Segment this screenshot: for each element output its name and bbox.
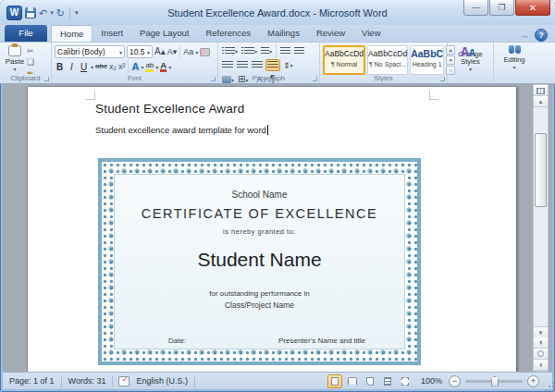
font-group-label: Font bbox=[52, 74, 217, 82]
increase-indent-button[interactable] bbox=[293, 46, 305, 56]
fullscreen-reading-view-button[interactable] bbox=[345, 374, 360, 388]
line-spacing-button[interactable]: ⇕▾ bbox=[282, 60, 294, 71]
certificate-school-name: School Name bbox=[231, 190, 287, 200]
maximize-button[interactable]: ❐ bbox=[489, 0, 514, 16]
language-indicator[interactable]: English (U.S.) bbox=[130, 376, 194, 386]
bold-button[interactable]: B bbox=[55, 62, 65, 72]
highlight-dropdown-icon[interactable]: ▾ bbox=[155, 64, 158, 70]
minimize-ribbon-icon[interactable]: ︿ bbox=[522, 31, 529, 41]
font-dialog-launcher-icon[interactable] bbox=[211, 77, 216, 81]
next-page-button[interactable]: ⇟ bbox=[534, 360, 548, 371]
scroll-up-icon[interactable]: ▲ bbox=[534, 96, 548, 107]
clipboard-dialog-launcher-icon[interactable] bbox=[44, 77, 49, 81]
margin-mark-right bbox=[429, 91, 438, 100]
tab-page-layout[interactable]: Page Layout bbox=[131, 25, 197, 42]
subscript-button[interactable]: x₂ bbox=[109, 62, 117, 71]
certificate-student-name: Student Name bbox=[197, 249, 321, 271]
text-effects-button[interactable]: A bbox=[131, 61, 139, 72]
zoom-slider-track[interactable] bbox=[465, 380, 523, 383]
italic-button[interactable]: I bbox=[67, 62, 77, 72]
tab-review[interactable]: Review bbox=[308, 25, 353, 42]
clipboard-group-label: Clipboard bbox=[0, 74, 51, 82]
ruler-icon bbox=[536, 88, 545, 94]
tab-file[interactable]: File bbox=[5, 25, 47, 42]
tab-view[interactable]: View bbox=[353, 25, 388, 42]
doc-body-line[interactable]: Student excellence award template for wo… bbox=[95, 125, 268, 135]
cut-icon[interactable]: ✂ bbox=[27, 46, 34, 55]
styles-group: AaBbCcDd ¶ Normal AaBbCcDd ¶ No Spaci...… bbox=[320, 43, 448, 83]
select-browse-object-button[interactable] bbox=[534, 349, 548, 360]
font-family-select[interactable]: Calibri (Body)▾ bbox=[55, 45, 125, 58]
tab-mailings[interactable]: Mailings bbox=[259, 25, 308, 42]
paragraph-dialog-launcher-icon[interactable] bbox=[313, 77, 317, 81]
paste-button[interactable]: Paste ▾ bbox=[3, 44, 27, 72]
draft-view-button[interactable] bbox=[398, 374, 413, 388]
certificate-ornament-border: School Name CERTIFICATE OF EXCELLENCE is… bbox=[102, 162, 417, 361]
decrease-indent-button[interactable] bbox=[279, 46, 291, 56]
multilevel-list-button[interactable]: ▾ bbox=[260, 46, 273, 56]
vertical-scrollbar[interactable]: ▲ ▼ ⇞ ⇟ bbox=[533, 84, 549, 372]
title-bar: W ↶ ▾ ↻ ▾ Student Excellence Award.docx … bbox=[0, 0, 555, 25]
editing-button[interactable]: Editing ▾ bbox=[494, 43, 535, 83]
certificate-object[interactable]: School Name CERTIFICATE OF EXCELLENCE is… bbox=[98, 158, 421, 365]
ruler-toggle-button[interactable] bbox=[534, 85, 548, 96]
style-heading1[interactable]: AaBbC Heading 1 bbox=[410, 45, 444, 75]
tab-references[interactable]: References bbox=[197, 25, 259, 42]
change-styles-button[interactable]: AA Change Styles ▾ bbox=[448, 43, 494, 83]
paragraph-group-label: Paragraph bbox=[218, 74, 319, 82]
highlight-button[interactable]: ab bbox=[145, 62, 154, 72]
browse-ball-icon bbox=[537, 350, 544, 357]
doc-heading[interactable]: Student Excellence Award bbox=[95, 102, 244, 116]
zoom-level[interactable]: 100% bbox=[421, 376, 442, 386]
status-bar: Page: 1 of 1 Words: 31 English (U.S.) 10… bbox=[3, 372, 552, 389]
scrollbar-thumb[interactable] bbox=[535, 133, 547, 207]
change-case-button[interactable]: Aa bbox=[183, 47, 193, 56]
grow-font-button[interactable]: A▴ bbox=[154, 47, 166, 56]
tab-insert[interactable]: Insert bbox=[92, 25, 131, 42]
style-normal[interactable]: AaBbCcDd ¶ Normal bbox=[323, 45, 365, 75]
minimize-button[interactable]: — bbox=[463, 0, 488, 16]
shrink-font-button[interactable]: A▾ bbox=[167, 47, 178, 56]
text-effects-dropdown-icon[interactable]: ▾ bbox=[141, 64, 143, 70]
word-count[interactable]: Words: 31 bbox=[62, 376, 113, 386]
align-left-button[interactable] bbox=[221, 60, 234, 70]
scrollbar-track[interactable] bbox=[534, 107, 548, 326]
style-no-spacing[interactable]: AaBbCcDd ¶ No Spaci... bbox=[367, 45, 408, 75]
change-case-dropdown-icon[interactable]: ▾ bbox=[195, 49, 198, 55]
strikethrough-button[interactable]: abc bbox=[95, 62, 107, 71]
document-area: Student Excellence Award Student excelle… bbox=[3, 84, 552, 372]
print-layout-view-button[interactable] bbox=[327, 374, 342, 388]
align-center-button[interactable] bbox=[236, 60, 249, 70]
previous-page-button[interactable]: ⇞ bbox=[534, 337, 548, 349]
help-icon[interactable]: ? bbox=[535, 29, 548, 42]
styles-group-label: Styles bbox=[320, 74, 447, 82]
underline-button[interactable]: U bbox=[79, 62, 89, 72]
clear-formatting-icon[interactable] bbox=[200, 48, 210, 56]
align-right-button[interactable] bbox=[251, 60, 264, 70]
document-page[interactable]: Student Excellence Award Student excelle… bbox=[28, 87, 516, 372]
styles-dialog-launcher-icon[interactable] bbox=[440, 77, 445, 81]
font-color-button[interactable]: A bbox=[160, 61, 166, 72]
numbering-button[interactable]: ▾ bbox=[240, 46, 258, 56]
outline-view-button[interactable] bbox=[380, 374, 395, 388]
copy-icon[interactable]: ❏ bbox=[27, 57, 34, 67]
web-layout-view-button[interactable] bbox=[363, 374, 377, 388]
superscript-button[interactable]: x² bbox=[118, 62, 126, 71]
page-count[interactable]: Page: 1 of 1 bbox=[3, 376, 61, 386]
close-button[interactable]: ✕ bbox=[515, 0, 550, 16]
scroll-down-icon[interactable]: ▼ bbox=[534, 326, 548, 337]
certificate-performance-line1: for outstanding performance in bbox=[209, 289, 310, 298]
bullets-button[interactable]: ▾ bbox=[221, 46, 239, 56]
proofing-icon[interactable] bbox=[118, 376, 130, 386]
font-size-select[interactable]: 10.5▾ bbox=[127, 45, 153, 58]
tab-home[interactable]: Home bbox=[51, 25, 92, 42]
zoom-out-button[interactable]: − bbox=[449, 375, 461, 387]
zoom-in-button[interactable]: + bbox=[527, 375, 539, 387]
change-styles-icon: AA bbox=[461, 44, 481, 50]
certificate-title: CERTIFICATE OF EXCELLENCE bbox=[142, 206, 377, 221]
zoom-slider-thumb[interactable] bbox=[491, 376, 499, 386]
font-color-dropdown-icon[interactable]: ▾ bbox=[168, 64, 171, 70]
paste-dropdown-icon[interactable]: ▾ bbox=[13, 66, 16, 72]
justify-button[interactable] bbox=[265, 59, 280, 71]
underline-dropdown-icon[interactable]: ▾ bbox=[91, 64, 93, 70]
